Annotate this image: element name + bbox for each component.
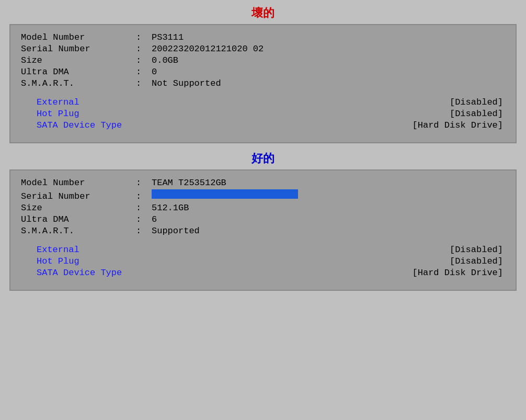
good-model-label: Model Number xyxy=(21,178,136,188)
bad-model-value: PS3111 xyxy=(152,32,505,42)
good-external-value: [Disabled] xyxy=(450,245,505,255)
good-smart-row: S.M.A.R.T. : Supported xyxy=(21,226,505,236)
bad-smart-label: S.M.A.R.T. xyxy=(21,78,136,88)
good-sata-row: SATA Device Type [Hard Disk Drive] xyxy=(21,268,505,278)
good-sata-value: [Hard Disk Drive] xyxy=(413,268,505,278)
good-serial-colon: : xyxy=(136,191,152,201)
good-title: 好的 xyxy=(251,151,275,166)
good-size-label: Size xyxy=(21,203,136,213)
bad-sata-row: SATA Device Type [Hard Disk Drive] xyxy=(21,120,505,130)
bad-size-label: Size xyxy=(21,55,136,65)
bad-size-colon: : xyxy=(136,55,152,65)
good-sata-label: SATA Device Type xyxy=(21,268,178,278)
bad-serial-label: Serial Number xyxy=(21,44,136,54)
good-serial-label: Serial Number xyxy=(21,191,136,201)
bad-panel: Model Number : PS3111 Serial Number : 20… xyxy=(9,24,517,143)
bad-smart-row: S.M.A.R.T. : Not Supported xyxy=(21,78,505,88)
good-model-value: TEAM T253512GB xyxy=(152,178,505,188)
good-model-row: Model Number : TEAM T253512GB xyxy=(21,178,505,188)
good-udma-colon: : xyxy=(136,214,152,224)
good-panel: Model Number : TEAM T253512GB Serial Num… xyxy=(9,169,517,291)
bad-smart-colon: : xyxy=(136,78,152,88)
good-size-colon: : xyxy=(136,203,152,213)
good-serial-bar xyxy=(152,189,298,199)
bad-size-row: Size : 0.0GB xyxy=(21,55,505,65)
bad-serial-colon: : xyxy=(136,44,152,54)
bad-smart-value: Not Supported xyxy=(152,78,505,88)
good-udma-row: Ultra DMA : 6 xyxy=(21,214,505,224)
good-smart-label: S.M.A.R.T. xyxy=(21,226,136,236)
bad-external-row: External [Disabled] xyxy=(21,97,505,107)
bad-size-value: 0.0GB xyxy=(152,55,505,65)
good-external-row: External [Disabled] xyxy=(21,245,505,255)
bad-external-value: [Disabled] xyxy=(450,97,505,107)
bad-hotplug-row: Hot Plug [Disabled] xyxy=(21,109,505,119)
bad-udma-value: 0 xyxy=(152,67,505,77)
bad-model-label: Model Number xyxy=(21,32,136,42)
good-serial-row: Serial Number : xyxy=(21,189,505,201)
bad-serial-row: Serial Number : 200223202012121020 02 xyxy=(21,44,505,54)
bad-serial-value: 200223202012121020 02 xyxy=(152,44,505,54)
bad-hotplug-value: [Disabled] xyxy=(450,109,505,119)
bad-sata-label: SATA Device Type xyxy=(21,120,178,130)
good-smart-colon: : xyxy=(136,226,152,236)
good-model-colon: : xyxy=(136,178,152,188)
good-hotplug-label: Hot Plug xyxy=(21,256,178,266)
bad-model-colon: : xyxy=(136,32,152,42)
bad-external-label: External xyxy=(21,97,178,107)
bad-title: 壞的 xyxy=(251,5,275,21)
good-size-value: 512.1GB xyxy=(152,203,505,213)
good-external-label: External xyxy=(21,245,178,255)
bad-model-row: Model Number : PS3111 xyxy=(21,32,505,42)
good-size-row: Size : 512.1GB xyxy=(21,203,505,213)
bad-udma-colon: : xyxy=(136,67,152,77)
good-udma-value: 6 xyxy=(152,214,505,224)
bad-hotplug-label: Hot Plug xyxy=(21,109,178,119)
good-udma-label: Ultra DMA xyxy=(21,214,136,224)
good-smart-value: Supported xyxy=(152,226,505,236)
bad-udma-row: Ultra DMA : 0 xyxy=(21,67,505,77)
bad-sata-value: [Hard Disk Drive] xyxy=(413,120,505,130)
good-hotplug-value: [Disabled] xyxy=(450,256,505,266)
bad-udma-label: Ultra DMA xyxy=(21,67,136,77)
good-hotplug-row: Hot Plug [Disabled] xyxy=(21,256,505,266)
